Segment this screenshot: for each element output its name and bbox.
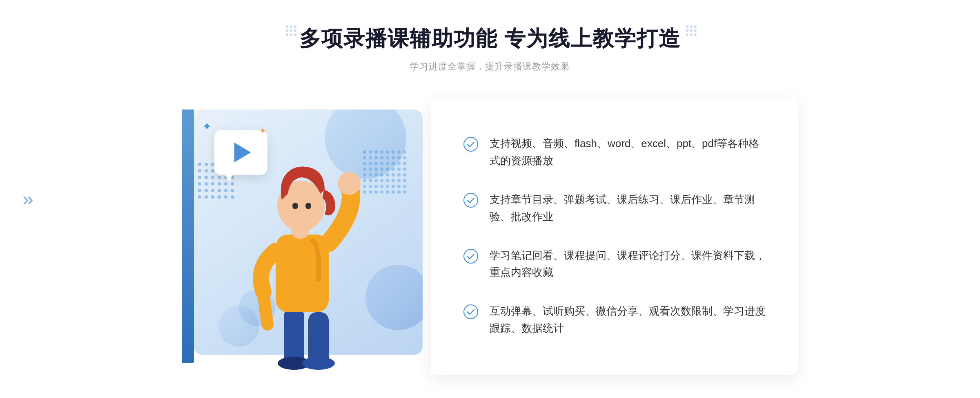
illus-circle-1 xyxy=(365,265,423,330)
star-decoration-2: ✦ xyxy=(259,126,266,136)
header-section: 多项录播课辅助功能 专为线上教学打造 学习进度全掌握，提升录播课教学效果 xyxy=(299,25,681,73)
main-title: 多项录播课辅助功能 专为线上教学打造 xyxy=(299,25,681,53)
play-bubble xyxy=(214,130,267,175)
svg-point-8 xyxy=(292,203,298,209)
sub-title: 学习进度全掌握，提升录播课教学效果 xyxy=(299,60,681,73)
feature-text-3: 学习笔记回看、课程提问、课程评论打分、课件资料下载，重点内容收藏 xyxy=(490,247,766,281)
svg-point-10 xyxy=(464,137,478,151)
feature-item-3: 学习笔记回看、课程提问、课程评论打分、课件资料下载，重点内容收藏 xyxy=(463,247,766,281)
feature-item-1: 支持视频、音频、flash、word、excel、ppt、pdf等各种格式的资源… xyxy=(463,135,766,169)
svg-point-12 xyxy=(464,249,478,263)
chevron-symbol: » xyxy=(22,189,33,209)
play-triangle-icon xyxy=(234,143,251,162)
svg-point-11 xyxy=(464,193,478,207)
page-wrapper: 多项录播课辅助功能 专为线上教学打造 学习进度全掌握，提升录播课教学效果 » xyxy=(0,0,980,398)
svg-point-9 xyxy=(305,203,311,209)
feature-text-4: 互动弹幕、试听购买、微信分享、观看次数限制、学习进度跟踪、数据统计 xyxy=(490,303,766,337)
feature-item-4: 互动弹幕、试听购买、微信分享、观看次数限制、学习进度跟踪、数据统计 xyxy=(463,303,766,337)
title-deco-left xyxy=(286,25,296,36)
svg-point-13 xyxy=(464,305,478,319)
svg-point-5 xyxy=(338,172,361,195)
check-icon-4 xyxy=(463,304,478,319)
feature-item-2: 支持章节目录、弹题考试、课后练习、课后作业、章节测验、批改作业 xyxy=(463,191,766,225)
feature-text-1: 支持视频、音频、flash、word、excel、ppt、pdf等各种格式的资源… xyxy=(490,135,766,169)
title-deco-right xyxy=(686,25,697,36)
illustration-panel: ✦ ✦ xyxy=(182,97,435,375)
features-panel: 支持视频、音频、flash、word、excel、ppt、pdf等各种格式的资源… xyxy=(431,97,798,375)
check-icon-2 xyxy=(463,193,478,208)
star-decoration-1: ✦ xyxy=(202,120,212,133)
svg-point-3 xyxy=(302,357,335,370)
blue-accent-bar xyxy=(182,110,194,363)
double-chevron-deco: » xyxy=(22,189,33,209)
check-icon-1 xyxy=(463,137,478,152)
content-area: ✦ ✦ xyxy=(163,97,817,375)
feature-text-2: 支持章节目录、弹题考试、课后练习、课后作业、章节测验、批改作业 xyxy=(490,191,766,225)
check-icon-3 xyxy=(463,249,478,264)
